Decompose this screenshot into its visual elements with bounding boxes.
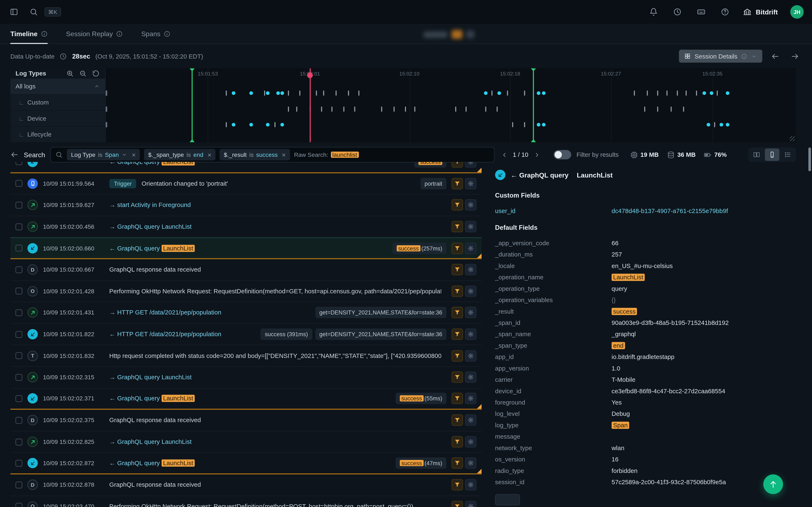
event-dot[interactable] xyxy=(537,91,540,95)
row-settings-button[interactable] xyxy=(465,178,476,189)
event-tick[interactable] xyxy=(455,107,456,112)
filter-by-field-button[interactable] xyxy=(452,457,463,469)
row-settings-button[interactable] xyxy=(465,329,476,340)
filter-by-field-button[interactable] xyxy=(452,200,463,211)
event-tick[interactable] xyxy=(323,91,324,96)
event-tick[interactable] xyxy=(686,91,687,96)
event-tick[interactable] xyxy=(316,91,317,96)
row-checkbox[interactable] xyxy=(15,374,22,381)
clock-button[interactable] xyxy=(672,6,683,17)
view-phone-button[interactable] xyxy=(765,149,779,161)
row-checkbox[interactable] xyxy=(15,288,22,295)
event-dot[interactable] xyxy=(726,123,729,126)
log-row[interactable]: 10/09 15:02:00.456→ GraphQL query Launch… xyxy=(10,216,481,238)
event-tick[interactable] xyxy=(348,91,349,96)
filter-by-field-button[interactable] xyxy=(452,178,463,189)
event-tick[interactable] xyxy=(274,122,275,127)
event-tick[interactable] xyxy=(321,107,322,112)
event-tick[interactable] xyxy=(524,122,525,127)
event-dot[interactable] xyxy=(266,123,269,126)
event-tick[interactable] xyxy=(657,91,658,96)
detail-footer-button[interactable] xyxy=(495,494,520,505)
resize-corner[interactable] xyxy=(790,136,795,141)
filter-by-field-button[interactable] xyxy=(452,414,463,426)
row-settings-button[interactable] xyxy=(465,350,476,361)
search-input[interactable]: Log TypeisSpan×$._span_typeisend×$._resu… xyxy=(50,147,495,162)
sidebar-toggle-button[interactable] xyxy=(8,6,20,17)
log-row[interactable]: ← GraphQL query LaunchListsuccess xyxy=(10,162,481,173)
remove-filter-icon[interactable]: × xyxy=(282,151,286,158)
event-tick[interactable] xyxy=(512,122,513,127)
row-settings-button[interactable] xyxy=(465,393,476,404)
log-type-device[interactable]: ∟Device xyxy=(10,111,105,126)
log-row[interactable]: T10/09 15:02:01.832Http request complete… xyxy=(10,345,481,367)
event-tick[interactable] xyxy=(288,91,289,96)
event-tick[interactable] xyxy=(717,91,718,96)
event-tick[interactable] xyxy=(264,91,265,96)
event-tick[interactable] xyxy=(343,107,344,112)
row-settings-button[interactable] xyxy=(465,414,476,426)
row-checkbox[interactable] xyxy=(15,352,22,359)
view-panels-button[interactable] xyxy=(750,149,764,161)
event-dot[interactable] xyxy=(707,123,710,126)
row-checkbox[interactable] xyxy=(15,460,22,466)
row-checkbox[interactable] xyxy=(15,438,22,445)
log-row[interactable]: D10/09 15:02:02.878GraphQL response data… xyxy=(10,474,481,496)
tab-spans[interactable]: Spans xyxy=(141,24,170,44)
help-button[interactable] xyxy=(719,6,731,17)
filter-by-field-button[interactable] xyxy=(452,264,463,275)
timeline-chart[interactable]: 15:01:5315:02:0115:02:1015:02:1815:02:27… xyxy=(105,68,796,143)
filter-by-field-button[interactable] xyxy=(452,307,463,318)
row-settings-button[interactable] xyxy=(465,286,476,297)
row-checkbox[interactable] xyxy=(15,202,22,209)
row-checkbox[interactable] xyxy=(15,309,22,316)
selection-start-marker[interactable] xyxy=(192,68,193,143)
event-tick[interactable] xyxy=(696,91,697,96)
event-tick[interactable] xyxy=(683,107,684,112)
event-dot[interactable] xyxy=(281,91,284,95)
row-settings-button[interactable] xyxy=(465,162,476,168)
event-tick[interactable] xyxy=(676,91,678,96)
event-dot[interactable] xyxy=(702,91,706,95)
event-dot[interactable] xyxy=(484,91,488,95)
event-tick[interactable] xyxy=(332,107,333,112)
row-checkbox[interactable] xyxy=(15,223,22,230)
event-tick[interactable] xyxy=(414,107,415,112)
filter-by-field-button[interactable] xyxy=(452,350,463,361)
event-dot[interactable] xyxy=(542,91,546,95)
event-tick[interactable] xyxy=(299,91,300,96)
event-tick[interactable] xyxy=(465,107,466,112)
event-dot[interactable] xyxy=(249,91,253,95)
event-tick[interactable] xyxy=(226,91,227,96)
log-row[interactable]: D10/09 15:02:00.667GraphQL response data… xyxy=(10,259,481,281)
row-checkbox[interactable] xyxy=(15,180,22,187)
event-tick[interactable] xyxy=(296,107,297,112)
event-tick[interactable] xyxy=(486,107,487,112)
filter-pill[interactable]: Log TypeisSpan× xyxy=(67,149,140,160)
row-settings-button[interactable] xyxy=(465,501,476,507)
log-row[interactable]: 10/09 15:01:59.564TriggerOrientation cha… xyxy=(10,173,481,194)
selection-end-marker[interactable] xyxy=(533,68,534,143)
event-dot[interactable] xyxy=(719,123,723,126)
filter-pill[interactable]: $._span_typeisend× xyxy=(144,149,215,160)
playhead[interactable] xyxy=(309,68,311,143)
row-checkbox[interactable] xyxy=(15,482,22,488)
event-dot[interactable] xyxy=(276,91,280,95)
row-settings-button[interactable] xyxy=(465,200,476,211)
filter-by-field-button[interactable] xyxy=(452,242,463,254)
event-dot[interactable] xyxy=(542,123,546,126)
event-dot[interactable] xyxy=(281,123,284,126)
event-tick[interactable] xyxy=(394,107,395,112)
log-row[interactable]: O10/09 15:02:03.470Performing OkHttp Net… xyxy=(10,496,481,507)
avatar[interactable]: JH xyxy=(790,5,804,18)
back-button[interactable] xyxy=(10,151,19,159)
row-checkbox[interactable] xyxy=(15,395,22,402)
log-type-lifecycle[interactable]: ∟Lifecycle xyxy=(10,127,105,142)
row-checkbox[interactable] xyxy=(15,266,22,273)
filter-by-results-toggle[interactable] xyxy=(554,150,571,160)
row-checkbox[interactable] xyxy=(15,417,22,424)
row-settings-button[interactable] xyxy=(465,264,476,275)
event-tick[interactable] xyxy=(336,91,337,96)
event-dot[interactable] xyxy=(537,123,540,126)
event-tick[interactable] xyxy=(381,107,383,112)
